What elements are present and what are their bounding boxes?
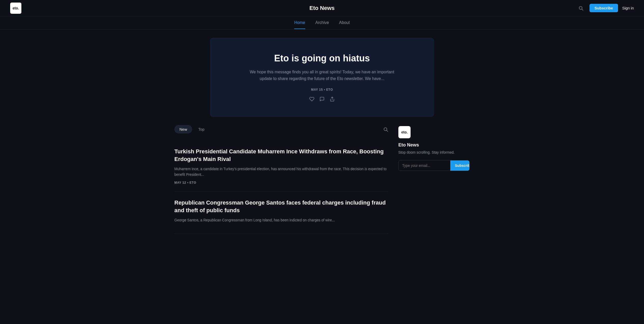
- main-content: New Top Turkish Presidential Candidate M…: [164, 125, 480, 249]
- hero-actions: [230, 97, 414, 102]
- sidebar-subscribe-button[interactable]: Subscribe: [450, 160, 470, 171]
- filter-new-button[interactable]: New: [174, 125, 192, 133]
- site-title: Eto News: [309, 5, 334, 11]
- hero-title: Eto is going on hiatus: [230, 53, 414, 64]
- heart-icon: [309, 97, 314, 102]
- nav-item-archive[interactable]: Archive: [315, 17, 329, 29]
- search-icon: [578, 6, 583, 11]
- post-title[interactable]: Republican Congressman George Santos fac…: [174, 199, 388, 214]
- sign-in-button[interactable]: Sign in: [622, 6, 634, 10]
- sidebar: eto. Eto News Stop doom scrolling. Stay …: [398, 125, 470, 234]
- post-item: Turkish Presidential Candidate Muharrem …: [174, 141, 388, 192]
- sidebar-description: Stop doom scrolling. Stay informed.: [398, 150, 470, 155]
- svg-line-1: [582, 9, 583, 10]
- nav-item-home[interactable]: Home: [294, 17, 305, 29]
- logo-text: eto.: [13, 6, 19, 10]
- post-title[interactable]: Turkish Presidential Candidate Muharrem …: [174, 148, 388, 163]
- header: eto. Eto News Subscribe Sign in: [0, 0, 644, 16]
- sidebar-logo[interactable]: eto.: [398, 126, 411, 138]
- hero-share-button[interactable]: [330, 97, 335, 102]
- hero-section: Eto is going on hiatus We hope this mess…: [210, 38, 434, 117]
- subscribe-button[interactable]: Subscribe: [590, 4, 618, 12]
- posts-section: New Top Turkish Presidential Candidate M…: [174, 125, 388, 234]
- posts-search-icon: [383, 127, 388, 132]
- posts-search-button[interactable]: [383, 127, 388, 132]
- post-excerpt: George Santos, a Republican Congressman …: [174, 217, 388, 223]
- sidebar-logo-text: eto.: [401, 130, 408, 134]
- sidebar-email-input[interactable]: [399, 160, 450, 171]
- posts-filter: New Top: [174, 125, 388, 133]
- main-nav: Home Archive About: [0, 16, 644, 30]
- filter-top-button[interactable]: Top: [193, 125, 209, 133]
- filter-tabs: New Top: [174, 125, 209, 133]
- hero-comment-button[interactable]: [319, 97, 325, 102]
- search-button[interactable]: [576, 4, 585, 13]
- sidebar-title: Eto News: [398, 142, 470, 148]
- post-item: Republican Congressman George Santos fac…: [174, 192, 388, 234]
- header-actions: Subscribe Sign in: [576, 4, 634, 13]
- logo[interactable]: eto.: [10, 3, 21, 14]
- svg-line-4: [387, 130, 388, 131]
- nav-item-about[interactable]: About: [339, 17, 350, 29]
- sidebar-email-form: Subscribe: [398, 160, 470, 171]
- hero-like-button[interactable]: [309, 97, 314, 102]
- hero-subtitle: We hope this message finds you all in gr…: [246, 69, 398, 82]
- share-icon: [330, 97, 335, 102]
- post-excerpt: Muharrem Ince, a candidate in Turkey's p…: [174, 166, 388, 178]
- comment-icon: [319, 97, 325, 102]
- hero-meta: MAY 15 • ETO: [230, 88, 414, 91]
- post-meta: MAY 12 • ETO: [174, 181, 388, 184]
